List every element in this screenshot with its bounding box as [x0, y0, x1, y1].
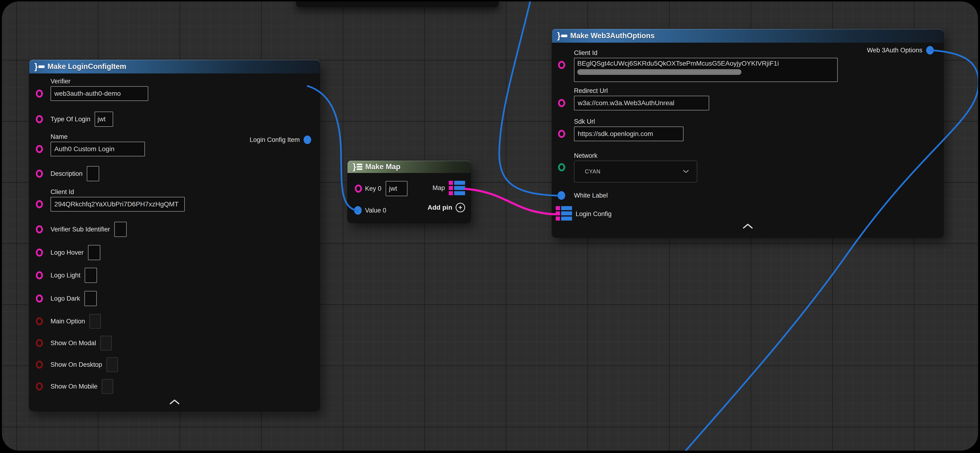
pin-row-client-id: Client Id 294QRkchfq2YaXUbPri7D6PH7xzHgQ…	[51, 188, 320, 212]
type-of-login-field[interactable]: jwt	[95, 112, 113, 127]
add-pin-label: Add pin	[428, 204, 452, 211]
pin-label-key-0: Key 0	[365, 185, 381, 192]
pin-row-verifier-sub-identifier: Verifier Sub Identifier	[51, 221, 320, 238]
pin-row-show-on-desktop: Show On Desktop	[51, 356, 320, 373]
pin-label-show-on-modal: Show On Modal	[51, 339, 96, 347]
pin-label-redirect-url: Redirect Url	[574, 87, 943, 95]
client-id-field[interactable]: BEglQSgt4cUWcj6SKRdu5QkOXTsePmMcusG5EAoy…	[574, 58, 838, 82]
pin-row-network: Network CYAN	[574, 152, 943, 182]
input-pin-sdk-url[interactable]	[558, 130, 565, 138]
input-pin-client-id[interactable]	[36, 200, 43, 208]
node-title: Make Web3AuthOptions	[570, 32, 655, 40]
input-pin-logo-hover[interactable]	[36, 249, 43, 257]
offscreen-node-bottom-edge[interactable]	[296, 2, 499, 7]
input-pin-name[interactable]	[36, 145, 43, 153]
description-field[interactable]	[87, 166, 99, 181]
input-pin-verifier-sub-identifier[interactable]	[36, 225, 43, 233]
client-id-field[interactable]: 294QRkchfq2YaXUbPri7D6PH7xzHgQMT	[51, 197, 185, 212]
network-dropdown[interactable]: CYAN	[574, 161, 697, 182]
pin-row-redirect-url: Redirect Url w3a://com.w3a.Web3AuthUnrea…	[574, 87, 943, 111]
pin-row-show-on-modal: Show On Modal	[51, 334, 320, 352]
pin-label-network: Network	[574, 152, 943, 160]
pin-label-sdk-url: Sdk Url	[574, 118, 943, 125]
redirect-url-field[interactable]: w3a://com.w3a.Web3AuthUnreal	[574, 96, 709, 111]
pin-label-client-id: Client Id	[51, 188, 320, 196]
pin-row-sdk-url: Sdk Url https://sdk.openlogin.com	[574, 118, 943, 141]
input-pin-key-0[interactable]	[355, 185, 362, 193]
input-pin-logo-dark[interactable]	[36, 295, 43, 303]
show-on-modal-checkbox[interactable]	[100, 336, 112, 350]
pin-label-white-label: White Label	[574, 192, 608, 199]
pin-label-verifier: Verifier	[51, 78, 320, 85]
logo-light-field[interactable]	[85, 268, 97, 283]
pin-label-verifier-sub-identifier: Verifier Sub Identifier	[51, 226, 110, 233]
show-on-desktop-checkbox[interactable]	[107, 357, 118, 372]
wire-map-to-login-config[interactable]	[465, 189, 559, 214]
logo-hover-field[interactable]	[88, 245, 100, 260]
input-pin-network[interactable]	[558, 163, 565, 171]
pin-label-logo-dark: Logo Dark	[51, 295, 80, 302]
pin-row-type-of-login: Type Of Login jwt	[51, 111, 320, 128]
pin-row-show-on-mobile: Show On Mobile	[51, 378, 320, 395]
input-pin-redirect-url[interactable]	[558, 99, 565, 107]
input-pin-verifier[interactable]	[36, 90, 43, 98]
pin-label-name: Name	[51, 133, 320, 141]
node-header-make-loginconfigitem[interactable]: } Make LoginConfigItem	[29, 60, 320, 73]
output-pin-map[interactable]	[449, 181, 465, 195]
verifier-sub-identifier-field[interactable]	[114, 222, 127, 237]
node-title: Make LoginConfigItem	[48, 62, 126, 71]
add-pin-plus-icon: +	[456, 203, 465, 212]
output-row-map: Map	[433, 181, 465, 195]
input-pin-show-on-modal[interactable]	[36, 339, 43, 347]
input-pin-client-id[interactable]	[558, 61, 565, 69]
input-pin-main-option[interactable]	[36, 317, 43, 325]
pin-label-login-config: Login Config	[576, 211, 612, 218]
node-make-loginconfigitem: } Make LoginConfigItem Login Config Item…	[29, 60, 320, 411]
network-selected-value: CYAN	[585, 168, 601, 175]
pin-label-description: Description	[51, 170, 83, 177]
make-map-icon: }	[353, 163, 363, 171]
pin-label-type-of-login: Type Of Login	[51, 116, 91, 123]
logo-dark-field[interactable]	[84, 291, 97, 306]
node-make-map: } Make Map Key 0 jwt Map Value 0 Add pin…	[347, 161, 471, 223]
make-struct-icon: }	[557, 32, 567, 40]
make-struct-icon: }	[34, 62, 45, 71]
wire-offscreen-to-white-label[interactable]	[499, 2, 560, 196]
pin-row-logo-dark: Logo Dark	[51, 290, 320, 307]
pin-row-main-option: Main Option	[51, 313, 320, 330]
main-option-checkbox[interactable]	[89, 314, 101, 329]
pin-label-show-on-desktop: Show On Desktop	[51, 361, 102, 368]
input-pin-logo-light[interactable]	[36, 271, 43, 279]
chevron-down-icon	[683, 170, 689, 173]
node-header-make-web3authoptions[interactable]: } Make Web3AuthOptions	[552, 29, 943, 43]
input-pin-description[interactable]	[36, 169, 43, 178]
pin-row-client-id: Client Id BEglQSgt4cUWcj6SKRdu5QkOXTsePm…	[574, 49, 943, 82]
node-header-make-map[interactable]: } Make Map	[347, 161, 471, 173]
input-pin-show-on-desktop[interactable]	[36, 361, 43, 369]
add-pin-button[interactable]: Add pin +	[428, 203, 465, 212]
pin-row-verifier: Verifier web3auth-auth0-demo	[51, 78, 320, 101]
pin-row-logo-hover: Logo Hover	[51, 244, 320, 261]
name-field[interactable]: Auth0 Custom Login	[51, 142, 145, 156]
pin-row-description: Description	[51, 165, 320, 182]
node-title: Make Map	[365, 163, 400, 171]
show-on-mobile-checkbox[interactable]	[102, 379, 113, 394]
pin-label-client-id: Client Id	[574, 49, 943, 57]
pin-label-value-0: Value 0	[365, 207, 387, 214]
pin-label-logo-light: Logo Light	[51, 272, 80, 279]
pin-label-main-option: Main Option	[51, 318, 85, 325]
collapse-node-button[interactable]	[743, 223, 753, 229]
pin-label-show-on-mobile: Show On Mobile	[51, 383, 97, 390]
input-pin-type-of-login[interactable]	[36, 115, 43, 123]
verifier-field[interactable]: web3auth-auth0-demo	[51, 86, 148, 101]
sdk-url-field[interactable]: https://sdk.openlogin.com	[574, 127, 684, 141]
collapse-node-button[interactable]	[169, 399, 180, 405]
horizontal-scrollbar[interactable]	[577, 69, 741, 75]
key-0-field[interactable]: jwt	[386, 181, 407, 196]
blueprint-graph-canvas[interactable]: } Make LoginConfigItem Login Config Item…	[2, 2, 978, 451]
pin-row-name: Name Auth0 Custom Login	[51, 133, 320, 156]
pin-row-logo-light: Logo Light	[51, 267, 320, 284]
pin-row-login-config: Login Config	[576, 206, 943, 222]
input-pin-show-on-mobile[interactable]	[36, 382, 43, 390]
pin-label-logo-hover: Logo Hover	[51, 249, 84, 257]
